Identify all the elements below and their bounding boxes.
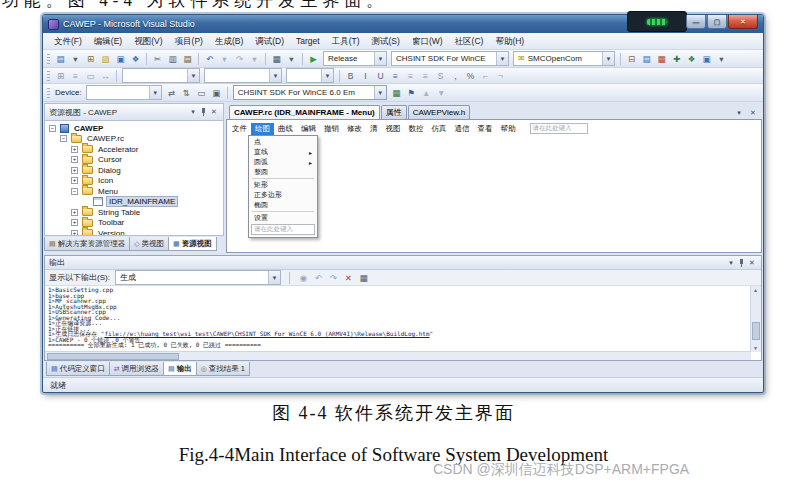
menu-item[interactable]: 视图(V) — [128, 33, 168, 49]
designer-menu-item[interactable]: 清 — [366, 123, 382, 135]
close-button[interactable]: ✕ — [728, 15, 758, 29]
designer-menu-item[interactable]: 通信 — [451, 123, 474, 135]
find-message-icon[interactable]: ◉ — [297, 271, 310, 284]
copy-icon[interactable]: ▥ — [166, 52, 179, 65]
solution-explorer-icon[interactable]: ⊟ — [625, 52, 638, 65]
open-file-icon[interactable]: ▨ — [99, 52, 112, 65]
scroll-down-icon[interactable]: ▼ — [751, 344, 760, 352]
toolbar-grip-icon[interactable] — [47, 54, 50, 64]
designer-dropdown-item[interactable]: 点 — [250, 137, 316, 147]
designer-menu-item[interactable]: 视图 — [382, 123, 405, 135]
tree-item-string-table[interactable]: +String Table — [45, 207, 223, 218]
tree-item-idr-mainframe[interactable]: IDR_MAINFRAME — [45, 197, 223, 208]
scroll-up-icon[interactable]: ▲ — [751, 286, 760, 294]
word-wrap-icon[interactable]: ▦ — [357, 271, 370, 284]
guides-icon[interactable]: ▭ — [84, 69, 97, 82]
menu-item[interactable]: 工具(T) — [326, 33, 366, 49]
device-deploy-icon[interactable]: ⇄ — [165, 86, 178, 99]
vertical-scrollbar[interactable]: ▲ ▼ — [750, 286, 761, 352]
tree-item-cawep-rc[interactable]: −CAWEP.rc — [45, 134, 223, 145]
tree-expand-icon[interactable]: + — [71, 177, 78, 184]
device-options-icon[interactable]: ▣ — [210, 86, 223, 99]
tree-item-dialog[interactable]: +Dialog — [45, 165, 223, 176]
tree-item-cawep[interactable]: −CAWEP — [45, 123, 223, 134]
style-icon[interactable]: S — [434, 69, 447, 82]
menu-item[interactable]: 社区(C) — [449, 33, 490, 49]
save-all-icon[interactable]: ❖ — [129, 52, 142, 65]
bold-icon[interactable]: B — [344, 69, 357, 82]
document-tab[interactable]: CAWEP.rc (IDR_MAINFRAME - Menu) — [229, 105, 380, 119]
tab-resource-view-icon[interactable]: ▦资源视图 — [168, 237, 217, 251]
size-to-content-icon[interactable]: ↔ — [99, 69, 112, 82]
navigate-window-icon[interactable]: ▦ — [270, 52, 283, 65]
menu-item[interactable]: 编辑(E) — [88, 33, 128, 49]
build-deploy-icon[interactable]: ▦ — [390, 86, 403, 99]
tab-call-browser-icon[interactable]: ⇄调用浏览器 — [109, 362, 164, 376]
paste-icon[interactable]: ▤ — [181, 52, 194, 65]
minimize-button[interactable]: — — [686, 15, 706, 29]
designer-menu-item[interactable]: 撤销 — [320, 123, 343, 135]
menu-designer-surface[interactable]: 文件绘图曲线编辑撤销修改清视图数控仿真通信查看帮助请在此处键入 点直线▸圆弧▸整… — [226, 119, 762, 253]
tab-solution-explorer-icon[interactable]: ▤解决方案资源管理器 — [44, 237, 130, 251]
italic-icon[interactable]: I — [359, 69, 372, 82]
tree-expand-icon[interactable]: − — [60, 135, 67, 142]
menu-type-here-box[interactable]: 请在此处键入 — [530, 123, 588, 134]
device-combo[interactable]: ▼ — [86, 85, 162, 100]
tree-expand-icon[interactable]: + — [71, 156, 78, 163]
designer-menu-item[interactable]: 数控 — [405, 123, 428, 135]
tree-item-icon[interactable]: +Icon — [45, 176, 223, 187]
tab-order-icon[interactable]: ≡ — [69, 69, 82, 82]
redo-dropdown-icon[interactable]: ▾ — [248, 52, 261, 65]
platform-sdk-combo[interactable]: CHSINT SDK For WinCE ▼ — [391, 51, 509, 66]
auto-hide-pin-icon[interactable] — [738, 258, 745, 268]
document-tab[interactable]: 属性 — [381, 105, 407, 119]
indent-icon[interactable]: ⌐ — [479, 69, 492, 82]
solution-config-combo[interactable]: Release ▼ — [323, 51, 387, 66]
designer-menu-item[interactable]: 编辑 — [297, 123, 320, 135]
undo-dropdown-icon[interactable]: ▾ — [218, 52, 231, 65]
new-file-icon[interactable]: ▤ — [54, 52, 67, 65]
menu-item[interactable]: 调试(D) — [249, 33, 290, 49]
align-center-icon[interactable]: ≡ — [404, 69, 417, 82]
tree-expand-icon[interactable]: − — [49, 125, 56, 132]
com-port-combo[interactable]: ✉ SMCOpenCom ▼ — [513, 51, 615, 66]
menu-item[interactable]: 项目(P) — [169, 33, 209, 49]
designer-dropdown-item[interactable]: 设置 — [250, 213, 316, 223]
menu-item[interactable]: 生成(B) — [209, 33, 249, 49]
scrollbar-thumb[interactable] — [752, 322, 760, 340]
cut-icon[interactable]: ✂ — [151, 52, 164, 65]
object-browser-icon[interactable]: ▦ — [655, 52, 668, 65]
designer-dropdown-item[interactable]: 正多边形 — [250, 190, 316, 200]
window-position-icon[interactable]: ▾ — [726, 259, 736, 267]
font-style-combo[interactable]: ▼ — [204, 68, 282, 83]
designer-menu-item[interactable]: 帮助 — [497, 123, 520, 135]
flag-icon[interactable]: ⚑ — [405, 86, 418, 99]
auto-hide-pin-icon[interactable] — [200, 107, 207, 117]
build-log-link[interactable]: file://e:\huang test\wsi test\CAWEP\CHSI… — [104, 330, 429, 337]
sdk-emulator-combo[interactable]: CHSINT SDK For WinCE 6.0 Em ▼ — [233, 85, 387, 100]
navigate-dropdown-icon[interactable]: ▾ — [285, 52, 298, 65]
designer-dropdown-item[interactable]: 整圆 — [250, 167, 316, 177]
font-size-combo[interactable]: ▼ — [286, 68, 334, 83]
underline-icon[interactable]: U — [374, 69, 387, 82]
window-position-icon[interactable]: ▾ — [188, 108, 198, 116]
tab-class-view-icon[interactable]: ◇类视图 — [129, 237, 169, 251]
font-name-combo[interactable]: ▼ — [122, 68, 200, 83]
close-icon[interactable]: ✕ — [209, 108, 219, 116]
clear-all-icon[interactable]: ✕ — [342, 271, 355, 284]
tree-item-accelerator[interactable]: +Accelerator — [45, 144, 223, 155]
file-list-dropdown-icon[interactable]: ▾ — [734, 109, 744, 117]
tree-item-toolbar[interactable]: +Toolbar — [45, 218, 223, 229]
save-icon[interactable]: ▣ — [114, 52, 127, 65]
add-item-icon[interactable]: ⊞ — [84, 52, 97, 65]
close-document-icon[interactable]: ✕ — [748, 109, 758, 117]
tab-find-results-icon[interactable]: ◎查找结果 1 — [196, 362, 250, 376]
menu-item[interactable]: 测试(S) — [366, 33, 406, 49]
menu-item[interactable]: Target — [290, 33, 326, 49]
dialog-grid-icon[interactable]: ⊞ — [54, 69, 67, 82]
tree-item-cursor[interactable]: +Cursor — [45, 155, 223, 166]
align-left-icon[interactable]: ≡ — [389, 69, 402, 82]
start-debug-icon[interactable]: ▶ — [307, 52, 320, 65]
designer-menu-item[interactable]: 修改 — [343, 123, 366, 135]
document-tab[interactable]: CAWEPView.h — [408, 105, 470, 119]
